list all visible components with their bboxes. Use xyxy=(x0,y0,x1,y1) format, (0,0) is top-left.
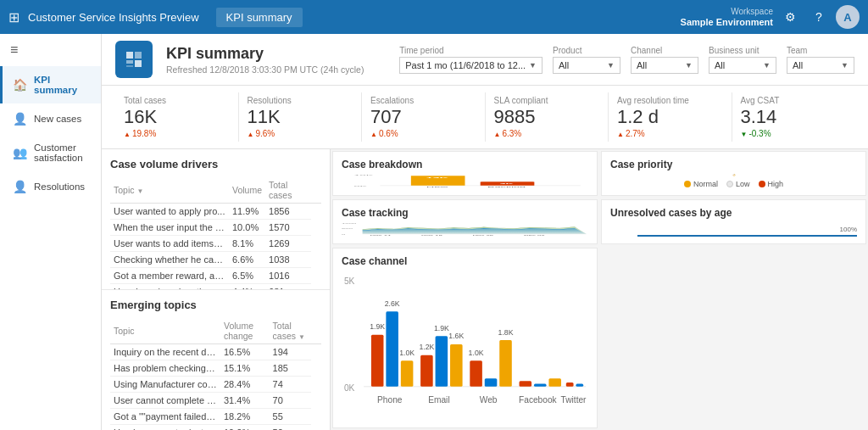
unresolved-age-card: Unresolved cases by age 100% ≤ 0 d 6.95K… xyxy=(601,199,866,244)
volume-cell: 4.4% xyxy=(229,284,265,290)
sidebar-item-customer-satisfaction[interactable]: 👥 Customer satisfaction xyxy=(0,134,101,171)
volume-cell: 15.1% xyxy=(220,360,270,377)
main-layout: ≡ 🏠 KPI summary 👤 New cases 👥 Customer s… xyxy=(0,34,868,430)
chevron-down-icon: ▼ xyxy=(607,61,615,70)
table-row[interactable]: Checking whether he can r...6.6%1038 xyxy=(110,252,321,268)
metric-change: 0.6% xyxy=(370,129,476,138)
case-tracking-chart: 1000 500 0 xyxy=(342,222,588,237)
filter-bu-select[interactable]: All ▼ xyxy=(709,57,776,74)
table-row[interactable]: Using Manufacturer coup...28.4%74 xyxy=(110,377,321,393)
table-row[interactable]: Has problem checking exp...15.1%185 xyxy=(110,360,321,377)
case-volume-title: Case volume drivers xyxy=(110,158,321,170)
metric-label: Resolutions xyxy=(248,96,353,105)
filter-business-unit: Business unit All ▼ xyxy=(709,46,776,74)
volume-cell: 18.2% xyxy=(220,409,270,425)
page-title-area: KPI summary Refreshed 12/8/2018 3:03:30 … xyxy=(166,45,364,75)
topbar-right: Workspace Sample Environment ⚙ ? A xyxy=(681,5,860,29)
metric-resolutions: Resolutions 11K 9.6% xyxy=(239,92,363,142)
sidebar-item-kpi-summary[interactable]: 🏠 KPI summary xyxy=(0,66,101,103)
age-row: ≤ 0 d 6.95K xyxy=(610,235,857,237)
total-cell: 1269 xyxy=(265,236,311,252)
case-tracking-card: Case tracking 1000 500 0 xyxy=(332,199,598,244)
svg-text:Nov 18: Nov 18 xyxy=(421,235,442,236)
topic-cell: Got a ""payment failed""... xyxy=(110,409,220,425)
people-icon: 👥 xyxy=(13,146,27,159)
topic-cell: Has problem checking exp... xyxy=(110,360,220,377)
sidebar: ≡ 🏠 KPI summary 👤 New cases 👥 Customer s… xyxy=(0,34,102,430)
help-button[interactable]: ? xyxy=(807,5,831,29)
svg-rect-39 xyxy=(485,378,498,387)
unresolved-age-title: Unresolved cases by age xyxy=(610,207,857,219)
svg-text:1.8K: 1.8K xyxy=(498,327,515,336)
chevron-down-icon: ▼ xyxy=(685,61,693,70)
metric-sla: SLA compliant 9885 6.3% xyxy=(486,92,609,142)
col-topic[interactable]: Topic ▼ xyxy=(110,177,229,204)
filter-product-select[interactable]: All ▼ xyxy=(553,57,620,74)
svg-text:5K: 5K xyxy=(344,276,355,287)
topic-cell: When the user input the c... xyxy=(110,220,229,236)
filter-team-select[interactable]: All ▼ xyxy=(787,57,854,74)
svg-rect-37 xyxy=(470,360,482,387)
emerging-topics-section: Emerging topics Topic Volume change Tota… xyxy=(102,290,330,430)
total-cell: 194 xyxy=(270,344,311,360)
total-cell: 52 xyxy=(270,425,311,430)
emerging-topics-title: Emerging topics xyxy=(110,299,321,311)
table-row[interactable]: Got a ""payment failed""...18.2%55 xyxy=(110,409,321,425)
user-avatar[interactable]: A xyxy=(836,5,860,29)
metric-change: 9.6% xyxy=(248,129,353,138)
topic-cell: User wants to add items to... xyxy=(110,236,229,252)
charts-area: Case volume drivers Topic ▼ Volume Total… xyxy=(102,149,868,430)
metric-value: 3.14 xyxy=(741,107,847,127)
sidebar-item-label: Customer satisfaction xyxy=(34,142,91,163)
svg-rect-45 xyxy=(548,378,561,387)
emerging-topics-table: Topic Volume change Total cases ▼ Inquir… xyxy=(110,318,321,430)
table-row[interactable]: User cannot complete a pa...31.4%70 xyxy=(110,393,321,409)
svg-text:Facebook: Facebook xyxy=(519,394,557,405)
svg-text:1.9K: 1.9K xyxy=(434,323,450,332)
table-row[interactable]: Got a member reward, and...6.5%1016 xyxy=(110,268,321,284)
menu-toggle[interactable]: ≡ xyxy=(0,34,101,66)
table-row[interactable]: User has signed up the ne...4.4%681 xyxy=(110,284,321,290)
sidebar-item-resolutions[interactable]: 👤 Resolutions xyxy=(0,171,101,202)
grid-icon[interactable]: ⊞ xyxy=(8,9,19,25)
volume-cell: 31.4% xyxy=(220,393,270,409)
topic-cell: User has signed up the ne... xyxy=(110,284,229,290)
svg-rect-1 xyxy=(135,52,142,59)
topic-cell: Using Manufacturer coup... xyxy=(110,377,220,393)
left-panel: Case volume drivers Topic ▼ Volume Total… xyxy=(102,149,331,430)
volume-cell: 6.6% xyxy=(229,252,265,268)
svg-rect-48 xyxy=(576,384,583,387)
home-icon: 🏠 xyxy=(13,78,27,92)
case-channel-title: Case channel xyxy=(342,255,588,267)
table-row[interactable]: User wants to add items to...8.1%1269 xyxy=(110,236,321,252)
filter-time-select[interactable]: Past 1 mo (11/6/2018 to 12... ▼ xyxy=(399,57,542,74)
age-bar-fill: 6.95K xyxy=(637,235,857,237)
case-volume-section: Case volume drivers Topic ▼ Volume Total… xyxy=(102,149,330,290)
table-row[interactable]: User's payment rejected d...19.2%52 xyxy=(110,425,321,430)
filter-product: Product All ▼ xyxy=(553,46,620,74)
settings-button[interactable]: ⚙ xyxy=(778,5,802,29)
total-cell: 1570 xyxy=(265,220,311,236)
case-breakdown-card: Case breakdown 10K 0K 13K xyxy=(332,151,598,196)
sidebar-item-new-cases[interactable]: 👤 New cases xyxy=(0,103,101,134)
case-breakdown-chart: 10K 0K 13K 3K New Backlog xyxy=(342,174,588,188)
table-row[interactable]: When the user input the c...10.0%1570 xyxy=(110,220,321,236)
table-row[interactable]: Inquiry on the recent deals...16.5%194 xyxy=(110,344,321,360)
svg-text:10K: 10K xyxy=(354,175,374,176)
metric-change: -0.3% xyxy=(741,129,847,138)
filter-team: Team All ▼ xyxy=(787,46,854,74)
chevron-down-icon: ▼ xyxy=(529,61,537,70)
metric-value: 707 xyxy=(370,107,476,127)
table-row[interactable]: User wanted to apply pro...11.9%1856 xyxy=(110,204,321,220)
svg-text:Email: Email xyxy=(428,394,449,405)
svg-rect-44 xyxy=(534,384,547,387)
filter-channel-select[interactable]: All ▼ xyxy=(631,57,698,74)
total-cell: 1038 xyxy=(265,252,311,268)
svg-text:0K: 0K xyxy=(354,186,368,187)
metric-value: 11K xyxy=(248,107,353,127)
svg-text:13K: 13K xyxy=(426,177,448,178)
person-icon: 👤 xyxy=(13,112,27,126)
filter-product-label: Product xyxy=(553,46,620,55)
right-panel: Case breakdown 10K 0K 13K xyxy=(331,149,868,430)
app-name: Customer Service Insights Preview xyxy=(28,11,199,24)
